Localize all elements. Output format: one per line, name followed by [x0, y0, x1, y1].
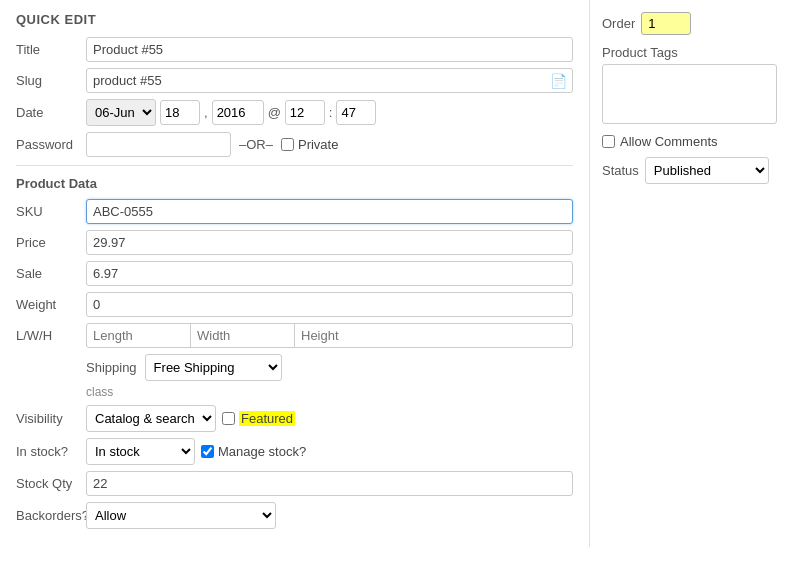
date-at-sep: @ — [268, 105, 281, 120]
date-month-select[interactable]: 06-Jun — [86, 99, 156, 126]
manage-stock-checkbox[interactable] — [201, 445, 214, 458]
date-minute-input[interactable] — [336, 100, 376, 125]
allow-comments-label: Allow Comments — [620, 134, 718, 149]
product-tags-label: Product Tags — [602, 45, 777, 60]
length-input[interactable] — [86, 323, 191, 348]
lwh-label: L/W/H — [16, 328, 86, 343]
or-text: –OR– — [239, 137, 273, 152]
password-input[interactable] — [86, 132, 231, 157]
shipping-select[interactable]: Free Shipping Standard Shipping Express — [145, 354, 282, 381]
instock-label: In stock? — [16, 444, 86, 459]
private-label: Private — [298, 137, 338, 152]
slug-icon: 📄 — [550, 73, 567, 89]
slug-label: Slug — [16, 73, 86, 88]
weight-label: Weight — [16, 297, 86, 312]
status-label: Status — [602, 163, 639, 178]
sku-input[interactable] — [86, 199, 573, 224]
instock-select[interactable]: In stock Out of stock On backorder — [86, 438, 195, 465]
visibility-label: Visibility — [16, 411, 86, 426]
date-day-input[interactable] — [160, 100, 200, 125]
sale-label: Sale — [16, 266, 86, 281]
product-tags-box[interactable] — [602, 64, 777, 124]
order-input[interactable] — [641, 12, 691, 35]
status-select[interactable]: Published Draft Pending Review Private — [645, 157, 769, 184]
price-input[interactable] — [86, 230, 573, 255]
date-year-input[interactable] — [212, 100, 264, 125]
backorders-label: Backorders? — [16, 508, 86, 523]
visibility-select[interactable]: Catalog & search Catalog Search Hidden — [86, 405, 216, 432]
date-label: Date — [16, 105, 86, 120]
slug-input[interactable] — [86, 68, 573, 93]
product-data-title: Product Data — [16, 176, 573, 191]
order-label: Order — [602, 16, 635, 31]
shipping-label: Shipping — [86, 360, 137, 375]
private-checkbox[interactable] — [281, 138, 294, 151]
date-hour-input[interactable] — [285, 100, 325, 125]
stock-qty-label: Stock Qty — [16, 476, 86, 491]
date-colon-sep: : — [329, 105, 333, 120]
class-label: class — [86, 385, 573, 399]
title-label: Title — [16, 42, 86, 57]
weight-input[interactable] — [86, 292, 573, 317]
allow-comments-checkbox[interactable] — [602, 135, 615, 148]
backorders-select[interactable]: Allow Do not allow Allow, but notify cus… — [86, 502, 276, 529]
date-comma-sep: , — [204, 105, 208, 120]
width-input[interactable] — [190, 323, 295, 348]
featured-label: Featured — [239, 411, 295, 426]
title-input[interactable] — [86, 37, 573, 62]
height-input[interactable] — [294, 323, 573, 348]
stock-qty-input[interactable] — [86, 471, 573, 496]
sku-label: SKU — [16, 204, 86, 219]
password-label: Password — [16, 137, 86, 152]
featured-checkbox[interactable] — [222, 412, 235, 425]
price-label: Price — [16, 235, 86, 250]
sale-input[interactable] — [86, 261, 573, 286]
quick-edit-title: QUICK EDIT — [16, 12, 573, 27]
manage-stock-label: Manage stock? — [218, 444, 306, 459]
